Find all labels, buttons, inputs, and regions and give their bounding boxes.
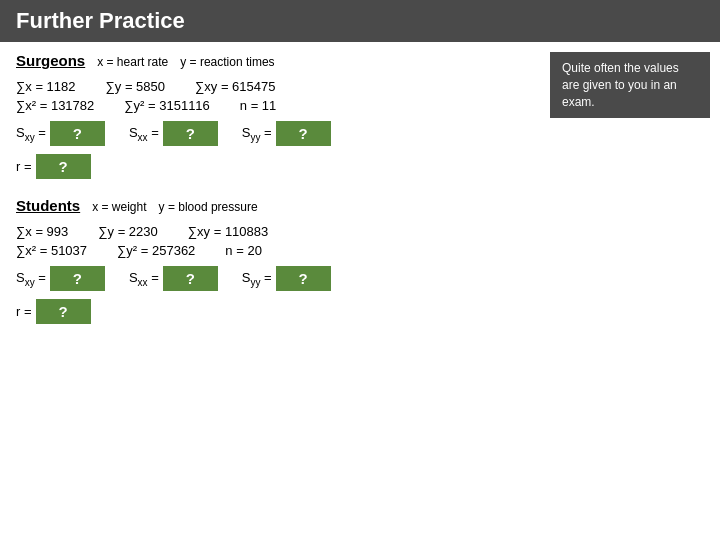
surgeons-r-box: ? [36,154,91,179]
students-sum-y2: ∑y² = 257362 [117,243,195,258]
students-stats-row2: ∑x² = 51037 ∑y² = 257362 n = 20 [16,243,704,258]
page-title: Further Practice [16,8,185,33]
surgeons-x-label: x = heart rate [97,55,168,69]
surgeons-formula-row: Sxy = ? Sxx = ? Syy = ? [16,121,704,146]
surgeons-syy-item: Syy = ? [242,121,331,146]
surgeons-r-row: r = ? [16,154,704,179]
surgeons-sxy-item: Sxy = ? [16,121,105,146]
surgeons-sum-y2: ∑y² = 3151116 [124,98,210,113]
students-section: Students x = weight y = blood pressure ∑… [16,197,704,324]
page-header: Further Practice [0,0,720,42]
students-n: n = 20 [225,243,262,258]
students-sum-y: ∑y = 2230 [98,224,158,239]
students-y-label: y = blood pressure [159,200,258,214]
students-syy-box: ? [276,266,331,291]
tooltip-box: Quite often the values are given to you … [550,52,710,118]
surgeons-sum-x: ∑x = 1182 [16,79,76,94]
surgeons-title: Surgeons [16,52,85,69]
surgeons-sum-y: ∑y = 5850 [106,79,166,94]
surgeons-r-label: r = [16,159,32,174]
students-r-label: r = [16,304,32,319]
main-content: Surgeons x = heart rate y = reaction tim… [0,42,720,352]
surgeons-sxx-label: Sxx = [129,125,159,143]
surgeons-n: n = 11 [240,98,277,113]
students-sum-x2: ∑x² = 51037 [16,243,87,258]
surgeons-sum-x2: ∑x² = 131782 [16,98,94,113]
tooltip-text: Quite often the values are given to you … [562,61,679,109]
students-sxy-item: Sxy = ? [16,266,105,291]
students-r-box: ? [36,299,91,324]
students-r-row: r = ? [16,299,704,324]
students-syy-item: Syy = ? [242,266,331,291]
surgeons-y-label: y = reaction times [180,55,274,69]
students-x-label: x = weight [92,200,146,214]
students-sxx-box: ? [163,266,218,291]
students-sxx-label: Sxx = [129,270,159,288]
surgeons-sum-xy: ∑xy = 615475 [195,79,275,94]
students-sum-x: ∑x = 993 [16,224,68,239]
students-sum-xy: ∑xy = 110883 [188,224,268,239]
surgeons-sxy-label: Sxy = [16,125,46,143]
students-stats-row1: ∑x = 993 ∑y = 2230 ∑xy = 110883 [16,224,704,239]
students-sxy-label: Sxy = [16,270,46,288]
surgeons-syy-box: ? [276,121,331,146]
students-sxx-item: Sxx = ? [129,266,218,291]
surgeons-sxx-box: ? [163,121,218,146]
students-header: Students x = weight y = blood pressure [16,197,704,220]
students-sxy-box: ? [50,266,105,291]
surgeons-sxy-box: ? [50,121,105,146]
surgeons-sxx-item: Sxx = ? [129,121,218,146]
students-syy-label: Syy = [242,270,272,288]
students-title: Students [16,197,80,214]
surgeons-syy-label: Syy = [242,125,272,143]
students-formula-row: Sxy = ? Sxx = ? Syy = ? [16,266,704,291]
